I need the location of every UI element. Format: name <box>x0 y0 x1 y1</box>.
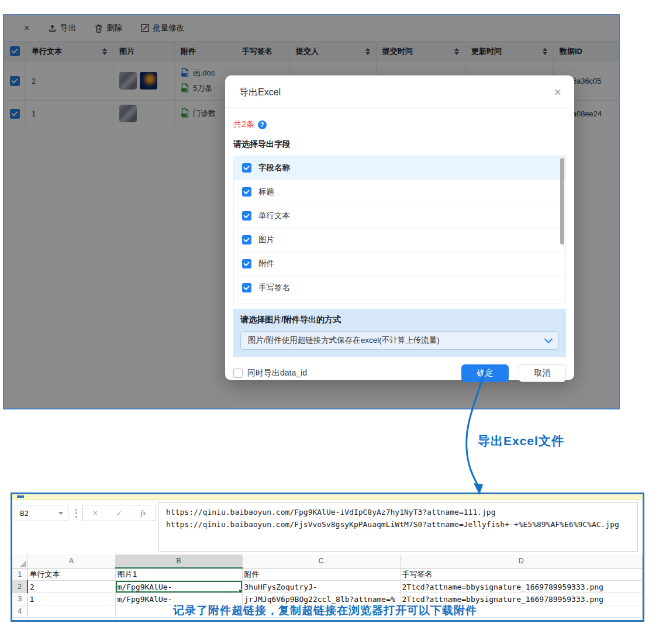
cell-a4[interactable] <box>27 605 115 618</box>
row-number[interactable]: 4 <box>12 605 27 618</box>
cell-a2[interactable]: 2 <box>27 581 115 593</box>
dropdown-arrow-icon <box>58 512 63 515</box>
export-data-id-label: 同时导出data_id <box>247 368 307 378</box>
row-number[interactable]: 2 <box>12 581 27 593</box>
formula-cancel-icon[interactable]: × <box>92 508 98 518</box>
export-data-id-checkbox[interactable] <box>233 369 243 378</box>
field-row[interactable]: 手写签名 <box>234 276 565 300</box>
scrollbar-thumb[interactable] <box>560 158 564 244</box>
formula-line: https://qiniu.baibaoyun.com/FjsVvoSv8gsy… <box>166 518 630 531</box>
select-value: 图片/附件使用超链接方式保存在excel(不计算上传流量) <box>248 335 440 346</box>
export-method-section: 请选择图片/附件导出的方式 图片/附件使用超链接方式保存在excel(不计算上传… <box>233 309 566 357</box>
arrow-label: 导出Excel文件 <box>478 433 564 449</box>
modal-title: 导出Excel <box>239 87 281 99</box>
field-checkbox[interactable] <box>242 283 251 292</box>
hyperlink-note: 记录了附件超链接，复制超链接在浏览器打开可以下载附件 <box>173 603 477 618</box>
formula-input[interactable]: https://qiniu.baibaoyun.com/Fpg9KAlUe-iV… <box>158 502 638 552</box>
name-box[interactable]: B2 <box>15 505 68 521</box>
row-number[interactable]: 3 <box>12 593 27 605</box>
column-header-a[interactable]: A <box>27 555 115 568</box>
column-header-d[interactable]: D <box>400 555 643 568</box>
field-checkbox[interactable] <box>242 187 251 197</box>
close-icon[interactable]: × <box>554 86 561 99</box>
cell-a3[interactable]: 1 <box>27 593 115 605</box>
record-count: 共2条 <box>233 119 254 130</box>
cell-d1[interactable]: 手写签名 <box>400 568 643 581</box>
cell-b1[interactable]: 图片1 <box>115 568 242 581</box>
export-excel-modal: 导出Excel × 共2条 ? 请选择导出字段 字段名称 标题 <box>225 75 574 380</box>
column-header-c[interactable]: C <box>242 555 400 568</box>
field-checkbox[interactable] <box>242 259 251 268</box>
select-all-triangle-icon <box>20 560 26 567</box>
sheet-row: 1 单行文本 图片1 附件 手写签名 <box>12 568 643 581</box>
cell-d2[interactable]: 2Ttcd?attname=bbysignature_1669789959333… <box>400 581 643 593</box>
formula-bar: B2 × ✓ fx https://qiniu.baibaoyun.com/Fp… <box>12 500 643 555</box>
separator-dots-icon <box>75 512 77 514</box>
field-label: 单行文本 <box>258 211 290 221</box>
cancel-button[interactable]: 取消 <box>519 364 566 382</box>
method-section-label: 请选择图片/附件导出的方式 <box>240 315 559 325</box>
page: × 导出 删除 批量修改 单 <box>0 0 666 644</box>
field-row[interactable]: 附件 <box>234 252 565 276</box>
cell-c1[interactable]: 附件 <box>242 568 400 581</box>
fields-section-label: 请选择导出字段 <box>233 139 566 150</box>
field-label: 图片 <box>258 235 274 245</box>
select-all-corner[interactable] <box>12 555 27 568</box>
formula-line: https://qiniu.baibaoyun.com/Fpg9KAlUe-iV… <box>166 506 630 518</box>
field-label: 手写签名 <box>258 283 290 293</box>
field-label: 字段名称 <box>258 163 290 173</box>
sheet-row: 2 2 m/Fpg9KAlUe- 3huHFysZoqutryJ- 2Ttcd?… <box>12 581 643 593</box>
field-label: 标题 <box>258 187 274 197</box>
field-row[interactable]: 单行文本 <box>234 204 565 228</box>
cell-a1[interactable]: 单行文本 <box>27 568 115 581</box>
help-icon[interactable]: ? <box>258 120 267 129</box>
field-checkbox[interactable] <box>242 163 251 173</box>
divider <box>225 107 574 108</box>
confirm-button[interactable]: 确定 <box>461 364 509 382</box>
formula-enter-icon[interactable]: ✓ <box>117 508 122 518</box>
excel-panel: B2 × ✓ fx https://qiniu.baibaoyun.com/Fp… <box>11 493 644 622</box>
field-label: 附件 <box>258 259 274 269</box>
chevron-down-icon <box>544 335 553 343</box>
field-row[interactable]: 字段名称 <box>234 156 565 180</box>
field-row[interactable]: 图片 <box>234 228 565 252</box>
export-data-id-option[interactable]: 同时导出data_id <box>233 368 461 378</box>
field-row[interactable]: 标题 <box>234 180 565 204</box>
cell-c2[interactable]: 3huHFysZoqutryJ- <box>242 581 400 593</box>
cell-b2-selected[interactable]: m/Fpg9KAlUe- <box>115 581 242 593</box>
excel-blue-dash <box>17 495 24 498</box>
export-fields-list: 字段名称 标题 单行文本 图片 附件 <box>233 156 566 304</box>
column-header-b[interactable]: B <box>115 555 242 568</box>
field-checkbox[interactable] <box>242 211 251 221</box>
export-method-select[interactable]: 图片/附件使用超链接方式保存在excel(不计算上传流量) <box>240 331 559 350</box>
excel-top-band <box>12 494 643 500</box>
fx-icon[interactable]: fx <box>140 508 146 518</box>
field-checkbox[interactable] <box>242 235 251 244</box>
row-number[interactable]: 1 <box>12 568 27 581</box>
